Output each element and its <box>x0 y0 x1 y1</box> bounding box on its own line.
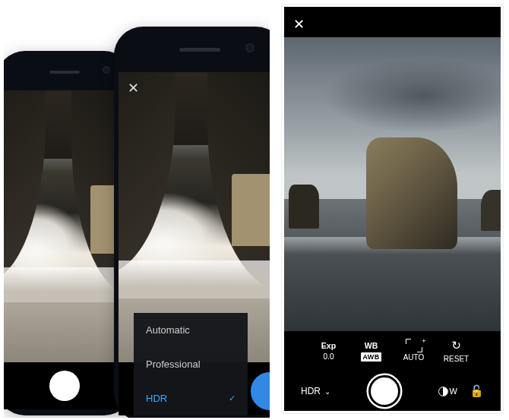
right-controls-group: W 🔓 <box>438 384 484 398</box>
lens-icon <box>438 387 448 396</box>
crop-icon: + <box>407 340 421 351</box>
undo-icon: ↺ <box>451 339 461 352</box>
chevron-down-icon: ⌄ <box>324 387 330 396</box>
lens-toggle[interactable]: W <box>438 387 457 396</box>
shutter-button[interactable] <box>368 375 400 407</box>
reset-control[interactable]: ↺ RESET <box>441 339 473 363</box>
camera-pro-panel: ✕ Exp 0.0 WB AWB <box>284 7 501 411</box>
control-value: AUTO <box>403 353 425 362</box>
control-label: WB <box>365 341 378 350</box>
capture-mode-menu: Automatic Professional HDR ✓ <box>134 313 248 415</box>
awb-badge: AWB <box>361 352 382 362</box>
menu-item-automatic[interactable]: Automatic <box>134 313 248 347</box>
menu-item-professional[interactable]: Professional <box>134 347 248 381</box>
camera-dot-icon <box>103 66 110 74</box>
shutter-button[interactable] <box>49 371 80 401</box>
unlock-icon: 🔓 <box>469 384 484 397</box>
close-button[interactable]: ✕ <box>293 16 305 33</box>
camera-preview <box>284 37 501 331</box>
plus-icon: + <box>422 337 425 345</box>
phone-right-screen: ✕ Automatic Profes <box>119 72 270 415</box>
mode-selector[interactable]: HDR ⌄ <box>301 386 330 396</box>
white-balance-control[interactable]: WB AWB <box>356 341 387 362</box>
camera-preview <box>4 90 129 362</box>
phone-right: ✕ Automatic Profes <box>114 27 270 418</box>
phone-left-screen <box>4 90 129 409</box>
camera-bottom-bar: Automatic Professional HDR ✓ <box>119 362 270 415</box>
menu-item-label: Professional <box>146 358 201 370</box>
menu-item-hdr[interactable]: HDR ✓ <box>134 381 248 415</box>
crop-control[interactable]: + AUTO <box>398 340 430 362</box>
mode-label: HDR <box>301 386 321 396</box>
capture-bar: HDR ⌄ W 🔓 <box>284 371 501 411</box>
lock-toggle[interactable]: 🔓 <box>469 384 484 398</box>
speaker-icon <box>179 48 220 52</box>
camera-bottom-bar <box>4 362 129 409</box>
phones-composite: ✕ Automatic Profes <box>4 4 270 418</box>
control-label: RESET <box>444 355 469 363</box>
camera-pro-panel-frame: ✕ Exp 0.0 WB AWB <box>281 4 504 414</box>
lens-label: W <box>450 387 457 396</box>
camera-dot-icon <box>245 43 254 52</box>
settings-row: Exp 0.0 WB AWB + AUTO ↺ RESET <box>284 332 501 370</box>
shutter-button[interactable] <box>248 370 270 412</box>
control-value: 0.0 <box>324 352 334 361</box>
close-button[interactable]: ✕ <box>128 80 139 96</box>
menu-item-label: HDR <box>146 393 167 404</box>
control-label: Exp <box>321 341 336 350</box>
check-icon: ✓ <box>229 393 236 403</box>
exposure-control[interactable]: Exp 0.0 <box>313 341 345 361</box>
menu-item-label: Automatic <box>146 324 190 336</box>
speaker-icon <box>49 71 80 74</box>
